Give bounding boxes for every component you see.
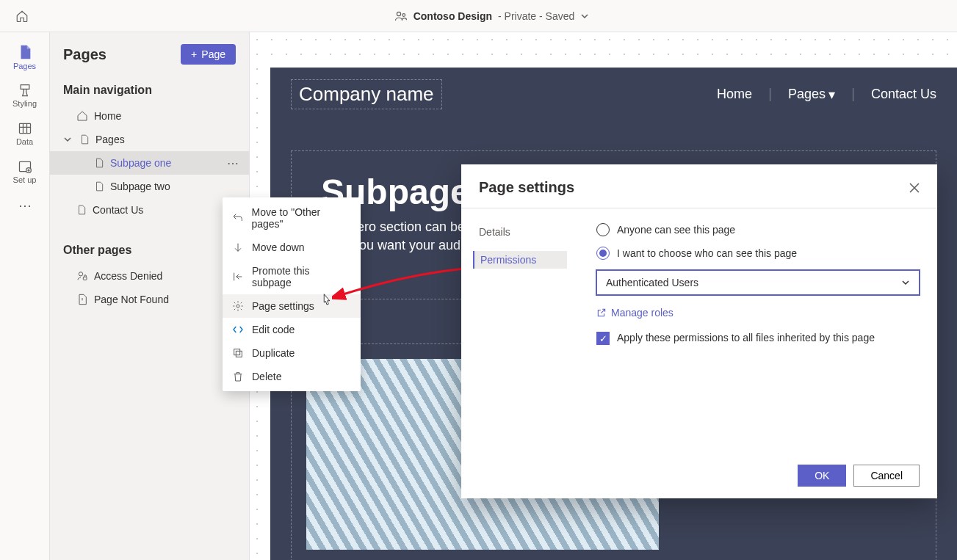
svg-rect-9 xyxy=(236,351,242,357)
inherit-checkbox[interactable]: ✓ Apply these permissions to all files i… xyxy=(596,332,920,345)
gear-icon xyxy=(231,300,245,312)
brush-icon xyxy=(18,83,32,98)
site-brand[interactable]: Company name xyxy=(291,79,442,109)
rail-pages[interactable]: Pages xyxy=(2,38,48,76)
other-pages-section: Other pages xyxy=(50,236,249,264)
new-page-button[interactable]: + Page xyxy=(181,44,236,65)
document-icon xyxy=(76,205,87,215)
radio-checked-icon xyxy=(596,247,610,260)
table-icon xyxy=(18,121,32,136)
radio-icon xyxy=(596,223,610,236)
document-warning-icon xyxy=(76,294,88,305)
plus-icon: + xyxy=(191,48,197,60)
person-lock-icon xyxy=(76,270,88,282)
rail-setup[interactable]: Set up xyxy=(2,153,48,191)
trash-icon xyxy=(231,371,245,382)
tree-subpage-two[interactable]: Subpage two xyxy=(50,175,249,198)
manage-roles-link[interactable]: Manage roles xyxy=(596,307,920,319)
home-button[interactable] xyxy=(9,3,35,29)
chevron-down-icon xyxy=(901,278,910,287)
nav-contact[interactable]: Contact Us xyxy=(871,87,936,102)
caret-down-icon: ▾ xyxy=(828,87,835,103)
svg-rect-6 xyxy=(83,277,87,280)
chevron-down-icon xyxy=(63,135,73,144)
svg-point-5 xyxy=(79,272,82,276)
tab-details[interactable]: Details xyxy=(473,223,567,241)
document-title-group[interactable]: Contoso Design - Private - Saved xyxy=(35,10,948,23)
tree-contact[interactable]: Contact Us xyxy=(50,198,249,222)
cancel-button[interactable]: Cancel xyxy=(853,465,920,487)
code-icon xyxy=(231,324,245,335)
open-icon xyxy=(596,308,607,318)
rail-data[interactable]: Data xyxy=(2,114,48,153)
dialog-title: Page settings xyxy=(479,179,574,196)
gear-icon xyxy=(18,159,32,174)
svg-point-0 xyxy=(397,12,400,15)
ctx-move-other[interactable]: Move to "Other pages" xyxy=(223,200,361,236)
context-menu: Move to "Other pages" Move down Promote … xyxy=(223,197,361,391)
tree-home[interactable]: Home xyxy=(50,104,249,128)
checkbox-checked-icon: ✓ xyxy=(596,332,610,345)
document-icon xyxy=(79,134,90,145)
arrow-down-icon xyxy=(231,241,245,253)
ctx-delete[interactable]: Delete xyxy=(223,365,361,388)
close-button[interactable] xyxy=(909,183,920,193)
page-icon xyxy=(17,44,33,60)
page-settings-dialog: Page settings Details Permissions Anyone… xyxy=(461,164,937,498)
nav-home[interactable]: Home xyxy=(717,87,752,102)
home-icon xyxy=(76,110,88,122)
roles-select[interactable]: Authenticated Users xyxy=(596,270,920,295)
tree-item-more-button[interactable]: ⋯ xyxy=(227,156,240,170)
titlebar: Contoso Design - Private - Saved xyxy=(0,0,957,32)
ctx-edit-code[interactable]: Edit code xyxy=(223,318,361,341)
outdent-icon xyxy=(231,271,245,283)
svg-rect-8 xyxy=(234,349,240,355)
rail-more[interactable]: ⋯ xyxy=(2,191,48,220)
tab-permissions[interactable]: Permissions xyxy=(473,251,567,269)
left-rail: Pages Styling Data Set up ⋯ xyxy=(0,32,50,560)
ctx-page-settings[interactable]: Page settings xyxy=(223,294,361,318)
duplicate-icon xyxy=(231,347,245,359)
svg-rect-2 xyxy=(19,123,30,133)
tree-pages[interactable]: Pages xyxy=(50,128,249,151)
document-icon xyxy=(94,158,104,168)
move-icon xyxy=(231,212,244,224)
svg-point-7 xyxy=(236,305,239,308)
ctx-duplicate[interactable]: Duplicate xyxy=(223,341,361,365)
tree-not-found[interactable]: Page Not Found xyxy=(50,288,249,311)
document-filename: Contoso Design xyxy=(414,10,492,22)
chevron-down-icon xyxy=(580,12,589,21)
nav-pages[interactable]: Pages ▾ xyxy=(788,87,835,103)
tree-subpage-one[interactable]: Subpage one ⋯ xyxy=(50,151,249,175)
radio-choose[interactable]: I want to choose who can see this page xyxy=(596,247,920,260)
people-icon xyxy=(394,10,408,23)
document-status: - Private - Saved xyxy=(498,10,574,22)
radio-anyone[interactable]: Anyone can see this page xyxy=(596,223,920,236)
pages-panel: Pages + Page Main navigation Home Pages … xyxy=(50,32,250,560)
rail-styling[interactable]: Styling xyxy=(2,76,48,114)
pages-panel-title: Pages xyxy=(63,46,106,63)
ctx-promote[interactable]: Promote this subpage xyxy=(223,259,361,294)
svg-point-1 xyxy=(402,13,405,16)
ctx-move-down[interactable]: Move down xyxy=(223,236,361,259)
ok-button[interactable]: OK xyxy=(798,465,846,487)
document-icon xyxy=(94,181,104,192)
tree-access-denied[interactable]: Access Denied xyxy=(50,264,249,288)
main-nav-section: Main navigation xyxy=(50,76,249,104)
